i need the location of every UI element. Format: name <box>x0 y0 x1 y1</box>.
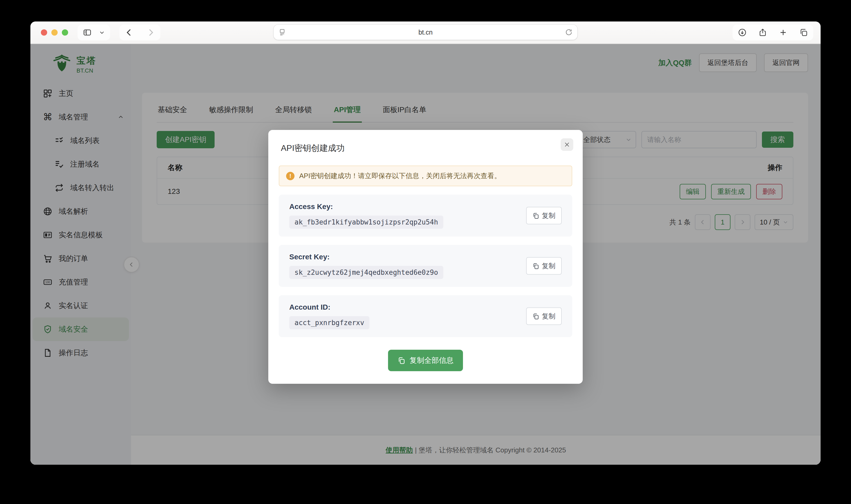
copy-icon <box>532 212 539 219</box>
zoom-window-button[interactable] <box>62 29 68 36</box>
forward-icon[interactable] <box>146 28 155 37</box>
secret-key-field: Secret Key: sk_z2ucwytz62jmej4qedbxeghte… <box>279 245 572 287</box>
copy-button-label: 复制 <box>542 262 556 271</box>
modal-close-button[interactable] <box>561 138 573 151</box>
sidebar-toggle-icon[interactable] <box>83 28 92 37</box>
close-window-button[interactable] <box>41 29 47 36</box>
copy-secret-key-button[interactable]: 复制 <box>526 257 562 275</box>
share-icon[interactable] <box>758 28 767 37</box>
web-page: 宝塔 BT.CN 主页 ⌘ 域名管理 域名列表 <box>31 44 820 465</box>
copy-access-key-button[interactable]: 复制 <box>526 207 562 224</box>
reload-icon[interactable] <box>565 28 573 36</box>
account-id-field: Account ID: acct_pxnrbgfzerxv 复制 <box>279 295 572 337</box>
account-id-label: Account ID: <box>289 303 562 311</box>
access-key-label: Access Key: <box>289 202 562 211</box>
tab-overview-icon[interactable] <box>799 28 808 37</box>
minimize-window-button[interactable] <box>51 29 58 36</box>
back-icon[interactable] <box>125 28 133 37</box>
copy-icon <box>397 357 405 364</box>
tab-group-chevron-icon[interactable] <box>99 30 105 35</box>
copy-button-label: 复制 <box>542 211 556 220</box>
address-url: bt.cn <box>418 29 433 36</box>
account-id-value: acct_pxnrbgfzerxv <box>289 316 369 329</box>
close-icon <box>564 141 570 148</box>
page-format-icon[interactable] <box>278 28 286 36</box>
warning-text: API密钥创建成功！请立即保存以下信息，关闭后将无法再次查看。 <box>299 171 501 180</box>
copy-all-info-button[interactable]: 复制全部信息 <box>388 350 463 371</box>
browser-window: bt.cn <box>31 21 820 465</box>
copy-icon <box>532 313 539 320</box>
warning-icon: ! <box>286 172 294 180</box>
browser-toolbar: bt.cn <box>31 21 820 44</box>
download-icon[interactable] <box>738 28 747 37</box>
access-key-value: ak_fb3edr1kifyabbw1sojizpsr2qp2u54h <box>289 216 443 229</box>
traffic-lights <box>41 29 68 36</box>
new-tab-icon[interactable] <box>779 28 787 37</box>
copy-all-label: 复制全部信息 <box>410 356 454 365</box>
modal-title: API密钥创建成功 <box>279 140 572 155</box>
copy-button-label: 复制 <box>542 312 556 321</box>
address-bar[interactable]: bt.cn <box>274 25 577 40</box>
api-key-created-modal: API密钥创建成功 ! API密钥创建成功！请立即保存以下信息，关闭后将无法再次… <box>268 130 583 384</box>
secret-key-value: sk_z2ucwytz62jmej4qedbxeghted6e0z9o <box>289 266 443 279</box>
copy-account-id-button[interactable]: 复制 <box>526 308 562 325</box>
access-key-field: Access Key: ak_fb3edr1kifyabbw1sojizpsr2… <box>279 195 572 236</box>
secret-key-label: Secret Key: <box>289 253 562 261</box>
copy-icon <box>532 263 539 269</box>
warning-alert: ! API密钥创建成功！请立即保存以下信息，关闭后将无法再次查看。 <box>279 165 572 186</box>
